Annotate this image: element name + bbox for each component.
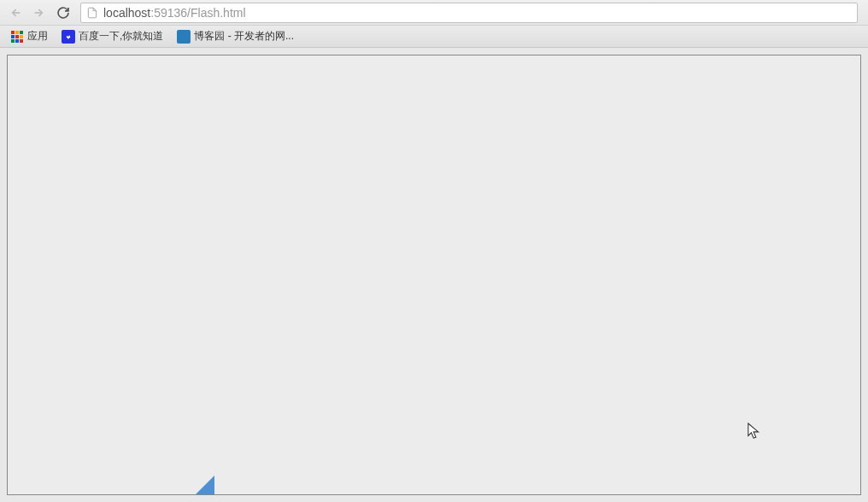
flash-content-frame[interactable] [7,55,861,495]
back-button[interactable] [5,3,26,23]
apps-label: 应用 [27,29,48,44]
bookmark-baidu[interactable]: 百度一下,你就知道 [56,27,168,45]
bookmarks-bar: 应用 百度一下,你就知道 博客园 - 开发者的网... [0,26,868,48]
navigation-toolbar: localhost:59136/Flash.html [0,0,868,26]
reload-button[interactable] [53,3,73,23]
arrow-left-icon [9,6,22,20]
url-text: localhost:59136/Flash.html [103,6,246,20]
bookmark-label: 百度一下,你就知道 [79,29,163,44]
baidu-favicon-icon [62,30,75,44]
arrow-right-icon [32,6,46,20]
url-host: localhost [103,6,150,20]
cnblogs-favicon-icon [177,30,191,44]
page-icon [86,7,98,19]
bookmark-label: 博客园 - 开发者的网... [194,29,294,44]
forward-button[interactable] [29,3,50,23]
apps-bookmark[interactable]: 应用 [5,27,53,45]
page-content-area [0,48,868,502]
bookmark-cnblogs[interactable]: 博客园 - 开发者的网... [172,27,299,45]
url-path: :59136/Flash.html [150,6,245,20]
address-bar[interactable]: localhost:59136/Flash.html [80,3,858,23]
reload-icon [56,6,70,20]
apps-grid-icon [10,30,24,44]
triangle-decoration-icon [196,476,214,494]
